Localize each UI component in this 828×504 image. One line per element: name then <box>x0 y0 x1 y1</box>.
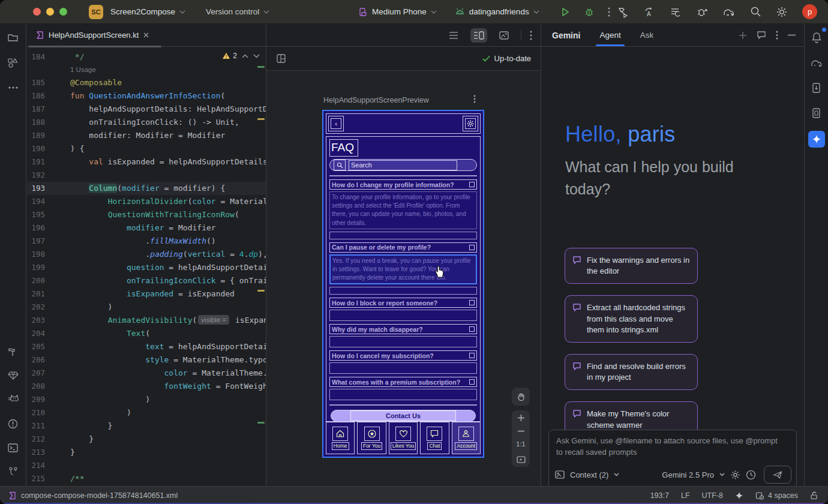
faq-question-row[interactable]: What comes with a premium subscription? <box>329 377 477 387</box>
editor-tab[interactable]: HelpAndSupportScreen.kt <box>27 24 157 46</box>
preview-canvas[interactable]: HelpAndSupportScreenPreview ‹ FAQ Search… <box>266 71 541 485</box>
usage-hint[interactable]: 1 Usage <box>70 64 96 76</box>
expand-toggle-icon[interactable] <box>469 182 475 187</box>
contact-us-button[interactable]: Contact Us <box>331 410 476 422</box>
nav-item-home[interactable]: Home <box>326 422 355 454</box>
code-line[interactable]: 195 QuestionWithTrailingIconRow( <box>27 208 266 221</box>
maximize-window-button[interactable] <box>59 8 67 16</box>
context-selector[interactable]: Context (2) <box>570 470 608 479</box>
code-line[interactable]: 203 AnimatedVisibility(visible = isExpan <box>27 314 266 327</box>
build-tool-icon[interactable] <box>5 343 22 360</box>
run-button[interactable] <box>560 7 571 17</box>
device-selector[interactable]: Medium Phone <box>358 7 437 17</box>
faq-question-row[interactable]: How do I cancel my subscription? <box>329 350 477 361</box>
code-line[interactable]: 206 style = MaterialTheme.typo <box>27 353 266 367</box>
faq-answer-text[interactable]: To change your profile information, go t… <box>329 191 477 229</box>
history-icon[interactable] <box>746 470 756 480</box>
device-explorer-icon[interactable] <box>808 79 825 96</box>
problems-icon[interactable] <box>5 415 22 432</box>
code-line[interactable]: 194 HorizontalDivider(color = Material <box>27 195 266 208</box>
line-separator[interactable]: LF <box>681 491 690 500</box>
faq-question-row[interactable]: How do I block or report someone? <box>329 298 477 308</box>
expand-toggle-icon[interactable] <box>469 353 475 358</box>
preview-name-label[interactable]: HelpAndSupportScreenPreview <box>323 96 429 104</box>
gemini-input-box[interactable]: Ask Gemini, use @filename to attach sour… <box>548 430 797 488</box>
profiler-icon[interactable] <box>696 6 708 18</box>
back-button[interactable]: ‹ <box>328 116 344 131</box>
phone-preview[interactable]: ‹ FAQ Search How do I change my profile … <box>322 110 484 458</box>
nav-item-for-you[interactable]: For You <box>357 422 386 454</box>
build-run-icon[interactable] <box>617 6 629 18</box>
usage-hint-row[interactable]: 1 Usage <box>27 64 266 76</box>
version-control-menu[interactable]: Version control <box>206 7 269 16</box>
suggestion-card[interactable]: Find and resolve build errors in my proj… <box>565 354 698 390</box>
project-tool-icon[interactable] <box>5 29 22 46</box>
code-line[interactable]: 192 <box>27 169 266 182</box>
zoom-actual-size-button[interactable]: 1:1 <box>516 440 525 448</box>
code-line[interactable]: 184 */ <box>27 50 266 64</box>
zoom-to-fit-button[interactable] <box>517 456 526 463</box>
code-line[interactable]: 187 helpAndSupportDetails: HelpAndSuppor… <box>27 103 266 116</box>
code-line[interactable]: 188 onTrailingIconClick: () -> Unit, <box>27 116 266 129</box>
code-line[interactable]: 190) { <box>27 142 266 155</box>
zoom-out-button[interactable] <box>517 430 525 432</box>
code-line[interactable]: 208 fontWeight = FontWeigh <box>27 380 266 393</box>
code-view-button[interactable] <box>445 28 462 43</box>
chat-history-icon[interactable] <box>757 31 766 40</box>
faq-question-row[interactable]: Can I pause or delete my profile? <box>329 242 477 253</box>
faq-question-row[interactable]: How do I change my profile information? <box>329 179 477 190</box>
search-input[interactable]: Search <box>349 160 457 170</box>
running-devices-icon[interactable] <box>808 104 825 121</box>
code-line[interactable]: 186fun QuestionAndAnswerInfoSection( <box>27 89 266 103</box>
resource-manager-icon[interactable] <box>5 54 22 71</box>
search-bar[interactable]: Search <box>329 159 477 171</box>
settings-button[interactable] <box>463 116 478 131</box>
faq-answer-text[interactable]: Yes. If you need a break, you can pause … <box>329 254 477 285</box>
code-line[interactable]: 189 modifier: Modifier = Modifier <box>27 129 266 142</box>
nav-item-chat[interactable]: Chat <box>420 422 449 454</box>
zoom-in-button[interactable] <box>517 414 525 422</box>
code-line[interactable]: 202 ) <box>27 301 266 314</box>
split-view-button[interactable] <box>470 28 487 43</box>
minimize-window-button[interactable] <box>46 8 54 16</box>
suggestion-card[interactable]: Fix the warnings and errors in the edito… <box>565 248 698 284</box>
code-line[interactable]: 210 ) <box>27 406 266 419</box>
code-line[interactable]: 213} <box>27 446 266 459</box>
settings-gear-icon[interactable] <box>776 6 788 18</box>
expand-toggle-icon[interactable] <box>469 300 475 305</box>
model-selector[interactable]: Gemini 2.5 Pro <box>662 470 714 479</box>
code-line[interactable]: 185@Composable <box>27 76 266 89</box>
gemini-sparkle-icon[interactable] <box>735 491 743 500</box>
code-line[interactable]: 196 modifier = Modifier <box>27 221 266 235</box>
run-configuration-selector[interactable]: datingandfriends <box>455 7 539 16</box>
code-line[interactable]: 200 onTrailingIconClick = { onTrai <box>27 274 266 287</box>
expand-toggle-icon[interactable] <box>469 245 475 250</box>
project-menu[interactable]: Screen2Compose <box>110 7 185 16</box>
send-button[interactable] <box>764 466 791 484</box>
new-chat-icon[interactable] <box>739 31 747 40</box>
notifications-icon[interactable] <box>808 29 825 46</box>
gradle-tool-icon[interactable] <box>808 54 825 71</box>
file-encoding[interactable]: UTF-8 <box>702 491 723 500</box>
logcat-icon[interactable] <box>5 391 22 408</box>
code-line[interactable]: 209 ) <box>27 393 266 406</box>
caret-position[interactable]: 193:7 <box>650 491 669 500</box>
nav-item-account[interactable]: Account <box>452 422 481 454</box>
expand-toggle-icon[interactable] <box>469 326 475 332</box>
search-everywhere-icon[interactable] <box>750 6 761 17</box>
indent-widget[interactable]: 4 spaces <box>755 491 798 500</box>
debug-button[interactable] <box>584 7 595 17</box>
code-line[interactable]: 193 Column(modifier = modifier) { <box>27 182 266 195</box>
code-line[interactable]: 191 val isExpanded = helpAndSupportDetai… <box>27 155 266 169</box>
faq-question-row[interactable]: Why did my match disappear? <box>329 324 477 334</box>
design-view-button[interactable] <box>496 28 512 43</box>
attach-image-icon[interactable] <box>555 470 565 479</box>
suggestion-card[interactable]: Extract all hardcoded strings from this … <box>565 295 698 343</box>
expand-toggle-icon[interactable] <box>469 379 475 385</box>
preview-options-menu[interactable] <box>530 31 532 40</box>
code-editor[interactable]: 2 184 */1 Usage185@Composable186fun Ques… <box>27 47 266 485</box>
code-line[interactable]: 205 text = helpAndSupportDetai <box>27 340 266 353</box>
close-tab-icon[interactable] <box>143 32 149 38</box>
hide-panel-icon[interactable] <box>788 34 796 36</box>
code-line[interactable]: 207 color = MaterialTheme. <box>27 367 266 380</box>
